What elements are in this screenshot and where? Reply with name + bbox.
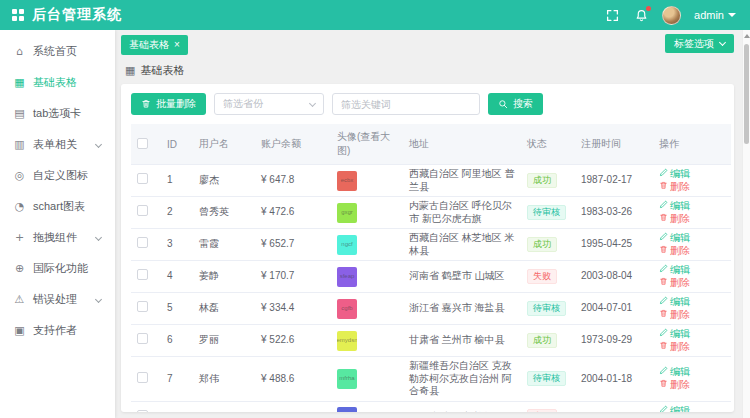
edit-button[interactable]: 编辑 [659,200,690,213]
avatar[interactable]: cgfb [337,299,357,319]
warning-icon: ⚠ [13,293,26,306]
select-all-checkbox[interactable] [137,138,148,149]
bell-icon[interactable] [633,7,649,23]
page-scrollbar[interactable] [742,30,750,418]
row-checkbox[interactable] [137,205,148,216]
edit-button[interactable]: 编辑 [659,366,690,379]
sidebar-item-basic-table[interactable]: ▦基础表格 [0,67,115,98]
status-badge: 待审核 [527,371,566,386]
column-header: 地址 [403,124,521,165]
cell-date: 1987-02-17 [575,165,653,197]
edit-button[interactable]: 编辑 [659,328,690,341]
row-checkbox[interactable] [137,237,148,248]
edit-button[interactable]: 编辑 [659,405,690,413]
sidebar-item-drag[interactable]: +拖拽组件 [0,222,115,253]
cell-username: 曾秀英 [193,197,255,229]
close-icon[interactable]: × [174,40,180,50]
status-badge: 成功 [527,333,557,348]
pencil-icon [659,328,668,341]
column-header: 状态 [521,124,575,165]
avatar[interactable]: gxgr [337,203,357,223]
breadcrumb: ▦ 基础表格 [125,63,734,78]
province-select[interactable]: 筛选省份 [214,93,324,115]
avatar[interactable]: sfeap [337,267,357,287]
edit-button[interactable]: 编辑 [659,296,690,309]
delete-button[interactable]: 删除 [659,181,690,194]
delete-button[interactable]: 删除 [659,379,690,392]
avatar[interactable]: mfrha [337,369,357,389]
cell-id: 6 [161,325,193,357]
table-row: 1廖杰¥ 647.8ecbx西藏自治区 阿里地区 普兰县成功1987-02-17… [131,165,731,197]
avatar[interactable]: ngcf [337,235,357,255]
avatar[interactable]: ecbx [337,171,357,191]
user-menu[interactable]: admin [694,9,736,21]
cell-username: 姜静 [193,261,255,293]
chevron-down-icon [95,141,102,148]
chevron-down-icon [95,234,102,241]
cell-status: 成功 [521,325,575,357]
user-avatar[interactable] [662,6,681,25]
trash-icon [659,245,668,258]
cell-actions: 编辑删除 [653,357,731,402]
province-select-placeholder: 筛选省份 [223,97,263,111]
users-table: ID用户名账户余额头像(查看大图)地址状态注册时间操作 1廖杰¥ 647.8ec… [131,124,731,412]
sidebar-item-schart[interactable]: ◔schart图表 [0,191,115,222]
cell-status: 失败 [521,401,575,412]
row-checkbox[interactable] [137,410,148,412]
pencil-icon [659,200,668,213]
batch-delete-button[interactable]: 批量删除 [131,93,206,115]
search-button[interactable]: 搜索 [488,93,543,115]
cell-id: 2 [161,197,193,229]
cell-actions: 编辑删除 [653,165,731,197]
status-badge: 失败 [527,409,557,412]
row-checkbox[interactable] [137,301,148,312]
row-checkbox[interactable] [137,269,148,280]
delete-button[interactable]: 删除 [659,213,690,226]
delete-button[interactable]: 删除 [659,277,690,290]
chevron-down-icon [719,39,726,46]
edit-button[interactable]: 编辑 [659,232,690,245]
sidebar-item-errors[interactable]: ⚠错误处理 [0,284,115,315]
badge-icon: ◎ [13,169,26,182]
keyword-input[interactable] [332,93,480,115]
tabs-icon: ▤ [13,107,26,120]
home-icon: ⌂ [13,45,26,58]
table-row: 4姜静¥ 170.7sfeap河南省 鹤壁市 山城区失败2003-08-04编辑… [131,261,731,293]
row-checkbox[interactable] [137,333,148,344]
sidebar-item-i18n[interactable]: ⊕国际化功能 [0,253,115,284]
delete-button[interactable]: 删除 [659,309,690,322]
cell-address: 浙江省 嘉兴市 海盐县 [403,293,521,325]
page-title: 基础表格 [140,63,184,78]
delete-button[interactable]: 删除 [659,341,690,354]
avatar[interactable]: rhwbd [337,407,357,412]
avatar[interactable]: emydsn [337,331,357,351]
brand: 后台管理系统 [0,6,122,24]
app-title: 后台管理系统 [32,6,122,24]
table-row: 7郑伟¥ 488.6mfrha新疆维吾尔自治区 克孜勒苏柯尔克孜自治州 阿合奇县… [131,357,731,402]
row-select-cell [131,229,161,261]
row-select-cell [131,357,161,402]
sidebar-item-author[interactable]: ▣支持作者 [0,315,115,346]
tab-basic-table[interactable]: 基础表格 × [121,35,188,55]
status-badge: 失败 [527,269,557,284]
table-header-row: ID用户名账户余额头像(查看大图)地址状态注册时间操作 [131,124,731,165]
fullscreen-icon[interactable] [604,7,620,23]
edit-button[interactable]: 编辑 [659,264,690,277]
cell-actions: 编辑删除 [653,261,731,293]
edit-button[interactable]: 编辑 [659,168,690,181]
cell-date: 1983-03-26 [575,197,653,229]
column-header: 头像(查看大图) [331,124,403,165]
sidebar: ⌂系统首页▦基础表格▤tab选项卡▥表单相关◎自定义图标◔schart图表+拖拽… [0,30,115,418]
scroll-up-arrow-icon[interactable] [744,34,750,38]
scrollbar-thumb[interactable] [744,44,749,144]
row-checkbox[interactable] [137,173,148,184]
sidebar-item-custom-icon[interactable]: ◎自定义图标 [0,160,115,191]
tag-options-button[interactable]: 标签选项 [665,34,734,53]
table-row: 3雷霞¥ 652.7ngcf西藏自治区 林芝地区 米林县成功1995-04-25… [131,229,731,261]
sidebar-item-home[interactable]: ⌂系统首页 [0,36,115,67]
cell-actions: 编辑删除 [653,197,731,229]
sidebar-item-forms[interactable]: ▥表单相关 [0,129,115,160]
delete-button[interactable]: 删除 [659,245,690,258]
row-checkbox[interactable] [137,372,148,383]
sidebar-item-tabs[interactable]: ▤tab选项卡 [0,98,115,129]
